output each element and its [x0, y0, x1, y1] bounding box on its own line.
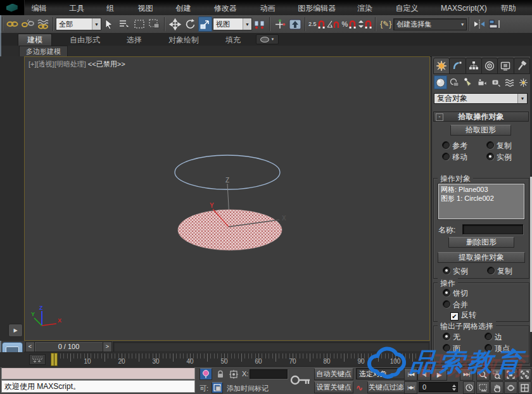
tab-modify[interactable] — [449, 58, 466, 74]
operands-listbox[interactable]: 网格: Plane003 图形 1: Circle002 — [438, 184, 524, 219]
operand-name-field[interactable] — [462, 224, 523, 234]
mirror-button[interactable] — [472, 16, 486, 32]
menu-item-edit[interactable]: 编辑(E) — [25, 0, 63, 15]
radio-none[interactable]: 无 — [443, 332, 460, 343]
object-category-dropdown[interactable]: 复合对象 ▼ — [434, 93, 528, 104]
lights-button[interactable] — [462, 75, 475, 89]
spinner-snap-toggle-button[interactable] — [358, 16, 372, 32]
snaps-toggle-button[interactable]: 2.5 — [308, 16, 326, 32]
open-mini-curve-editor-button[interactable] — [29, 354, 46, 365]
menu-item-animation[interactable]: 动画(A) — [253, 0, 291, 15]
selection-lock-toggle[interactable] — [215, 368, 225, 380]
menu-item-create[interactable]: 创建(C) — [168, 0, 206, 15]
helpers-button[interactable] — [489, 75, 502, 89]
absolute-offset-mode-toggle[interactable] — [228, 368, 239, 380]
rectangular-selection-region-button[interactable] — [132, 16, 146, 32]
perspective-viewport[interactable]: [+][透视][明暗处理] <<已禁用>> Z Y X — [24, 56, 430, 341]
shapes-button[interactable] — [448, 75, 461, 89]
set-key-button[interactable]: 设置关键点 — [314, 381, 353, 393]
go-to-end-button[interactable]: ▶▶| — [460, 368, 473, 381]
delete-shape-button[interactable]: 删除图形 — [448, 237, 514, 248]
ribbon-tab-modeling[interactable]: 建模 — [18, 34, 52, 46]
space-warps-button[interactable] — [503, 75, 516, 89]
tab-utilities[interactable] — [514, 58, 530, 74]
radio-extract-instance[interactable]: 实例 — [443, 266, 468, 277]
orbit-button[interactable] — [504, 381, 517, 394]
menu-item-rendering[interactable]: 渲染(R) — [350, 0, 388, 15]
geometry-button[interactable] — [434, 75, 447, 89]
zoom-extents-all-button[interactable] — [518, 368, 531, 381]
tab-display[interactable] — [497, 58, 514, 74]
zoom-all-button[interactable] — [490, 368, 504, 381]
play-animation-button[interactable]: ▶ — [431, 368, 447, 381]
track-bar[interactable]: 10 20 30 40 50 60 70 80 90 100 — [0, 352, 430, 367]
menu-item-customize[interactable]: 自定义(U) — [389, 0, 434, 15]
menu-item-maxscript[interactable]: MAXScript(X) — [434, 0, 494, 15]
time-slider-prev-button[interactable]: < — [25, 341, 35, 352]
select-and-manipulate-button[interactable] — [273, 16, 287, 32]
auto-key-button[interactable]: 自动关键点 — [314, 368, 353, 380]
add-time-tag[interactable]: 添加时间标记 — [227, 384, 269, 393]
x-coordinate-field[interactable] — [250, 369, 288, 379]
unlink-selection-button[interactable] — [21, 16, 35, 32]
isolate-selection-toggle[interactable] — [200, 368, 212, 380]
ribbon-config-dropdown[interactable]: ▼ — [256, 34, 279, 44]
menu-item-views[interactable]: 视图(V) — [131, 0, 169, 15]
select-and-move-button[interactable] — [168, 16, 182, 32]
percent-snap-toggle-button[interactable]: % — [342, 16, 357, 32]
time-configuration-button[interactable] — [463, 381, 475, 394]
align-button[interactable] — [488, 16, 502, 32]
menu-item-tools[interactable]: 工具(T) — [62, 0, 99, 15]
maxscript-mini-listener-white[interactable]: 欢迎使用 MAXScript。 — [1, 380, 195, 393]
systems-button[interactable] — [517, 75, 530, 89]
select-object-button[interactable] — [102, 16, 116, 32]
radio-vertex[interactable]: 顶点 — [484, 343, 510, 354]
radio-reference[interactable]: 参考 — [442, 141, 467, 151]
frame-spinner[interactable] — [451, 383, 457, 392]
menu-item-help[interactable]: 帮助(H) — [494, 0, 532, 15]
keyboard-shortcut-override-button[interactable] — [288, 16, 302, 32]
time-slider-track[interactable] — [113, 341, 429, 352]
menu-item-modifiers[interactable]: 修改器(M) — [207, 0, 253, 15]
ribbon-tab-populate[interactable]: 填充 — [217, 34, 250, 46]
edit-named-selection-sets-button[interactable]: {✎} — [379, 16, 393, 32]
previous-frame-button[interactable]: ◀|| — [417, 368, 431, 381]
pan-view-button[interactable] — [490, 381, 504, 394]
radio-copy[interactable]: 复制 — [486, 141, 512, 151]
radio-merge[interactable]: 合并 — [443, 300, 468, 310]
viewport-tab-expander-button[interactable]: ▶ — [8, 324, 23, 337]
radio-edge[interactable]: 边 — [484, 332, 502, 343]
crossing-selection-toggle[interactable] — [212, 382, 223, 393]
operand-row-mesh[interactable]: 网格: Plane003 — [441, 185, 522, 194]
reference-coordinate-dropdown[interactable]: 视图 ▼ — [213, 18, 252, 30]
maximize-viewport-toggle[interactable] — [518, 381, 531, 394]
rollout-pick-operand[interactable]: - 拾取操作对象 — [433, 111, 529, 122]
select-by-name-button[interactable] — [117, 16, 131, 32]
menu-item-graph-editors[interactable]: 图形编辑器(D) — [291, 0, 350, 15]
go-to-start-button[interactable]: |◀◀ — [404, 368, 417, 381]
select-and-link-button[interactable] — [6, 16, 20, 32]
select-and-rotate-button[interactable] — [183, 16, 197, 32]
angle-snap-toggle-button[interactable] — [327, 16, 341, 32]
current-frame-field[interactable]: 0 — [419, 382, 458, 392]
ribbon-tab-selection[interactable]: 选择 — [118, 34, 151, 46]
radio-face[interactable]: 面 — [443, 343, 460, 354]
bind-to-space-warp-button[interactable] — [36, 16, 50, 32]
use-pivot-point-button[interactable] — [253, 16, 267, 32]
operand-row-shape[interactable]: 图形 1: Circle002 — [441, 194, 522, 203]
tab-hierarchy[interactable] — [466, 58, 482, 74]
zoom-extents-button[interactable] — [504, 368, 517, 381]
cameras-button[interactable] — [476, 75, 489, 89]
key-mode-toggle-button[interactable]: |◀▶| — [404, 381, 417, 394]
checkbox-invert[interactable]: ✔反转 — [450, 310, 476, 321]
menu-item-group[interactable]: 组(G) — [99, 0, 131, 15]
radio-move[interactable]: 移动 — [442, 152, 467, 163]
radio-instance[interactable]: 实例 — [486, 152, 512, 163]
ribbon-panel-polygon-modeling[interactable]: 多边形建模 — [19, 46, 68, 56]
time-slider-handle[interactable]: 0 / 100 — [34, 341, 103, 352]
pick-shape-button[interactable]: 拾取图形 — [450, 125, 511, 136]
select-and-scale-button[interactable] — [198, 16, 212, 32]
zoom-button[interactable] — [476, 368, 490, 381]
tab-create[interactable] — [433, 58, 450, 74]
track-bar-frame-handle[interactable] — [51, 353, 58, 366]
